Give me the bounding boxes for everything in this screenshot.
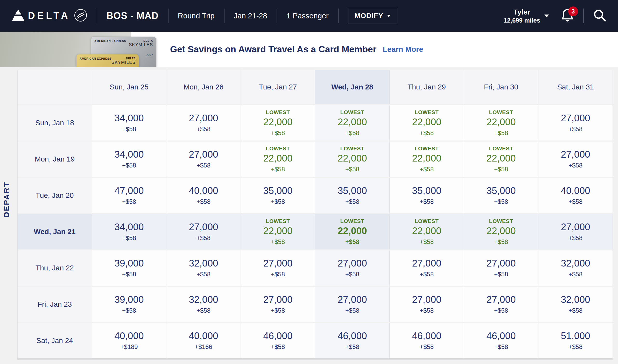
award-price-cell[interactable]: LOWEST22,000+$58 [390,214,464,249]
user-miles-balance: 12,699 miles [504,17,540,24]
modify-button-label: MODIFY [355,12,383,20]
award-price-cell[interactable]: 35,000+$58 [315,178,390,213]
miles-price: 22,000 [338,226,367,236]
award-price-cell[interactable]: 32,000+$58 [166,250,241,286]
award-price-cell[interactable]: 27,000+$58 [241,250,315,286]
taxes-fees: +$58 [568,343,582,351]
award-price-cell[interactable]: 27,000+$58 [390,287,464,322]
search-button[interactable] [593,9,606,23]
delta-logo[interactable]: DELTA [12,9,87,23]
award-price-cell[interactable]: LOWEST22,000+$58 [315,142,390,177]
miles-price: 22,000 [486,117,516,128]
award-price-cell[interactable]: 27,000+$58 [390,250,464,286]
award-price-cell[interactable]: 39,000+$58 [92,250,166,286]
award-price-cell[interactable]: 27,000+$58 [464,250,538,286]
taxes-fees: +$58 [494,271,508,278]
miles-price: 22,000 [263,117,292,128]
account-menu[interactable]: Tyler 12,699 miles [504,8,549,24]
brand-wordmark: DELTA [28,10,70,21]
depart-date-row-header: Mon, Jan 19 [18,142,92,177]
taxes-fees: +$58 [568,162,582,169]
chevron-down-icon [387,15,391,17]
taxes-fees: +$58 [345,343,359,351]
award-price-cell[interactable]: 46,000+$58 [390,323,464,358]
award-price-cell[interactable]: 27,000+$58 [241,287,315,322]
award-price-cell[interactable]: LOWEST22,000+$58 [315,214,390,249]
miles-price: 35,000 [412,186,441,196]
modify-button[interactable]: MODIFY [348,8,397,24]
miles-price: 46,000 [263,331,292,341]
taxes-fees: +$58 [494,238,508,246]
award-price-cell[interactable]: 35,000+$58 [390,178,464,213]
taxes-fees: +$58 [420,198,434,205]
passenger-summary: 1 Passenger [286,12,329,20]
award-price-cell[interactable]: 27,000+$58 [166,214,241,249]
award-price-cell[interactable]: 27,000+$58 [315,287,390,322]
miles-price: 27,000 [189,113,218,124]
lowest-price-tag: LOWEST [415,109,439,115]
award-calendar-grid: Sun, Jan 25Mon, Jan 26Tue, Jan 27Wed, Ja… [17,70,613,358]
miles-price: 27,000 [338,258,367,269]
award-price-cell[interactable]: 40,000+$58 [166,178,241,213]
award-price-cell[interactable]: 40,000+$189 [92,323,166,358]
award-price-cell[interactable]: LOWEST22,000+$58 [241,214,315,249]
award-price-cell[interactable]: 34,000+$58 [92,105,166,141]
nav-divider [224,9,224,23]
award-price-cell[interactable]: 46,000+$58 [315,323,390,358]
learn-more-link[interactable]: Learn More [383,45,423,54]
award-price-cell[interactable]: 32,000+$58 [166,287,241,322]
taxes-fees: +$58 [420,129,434,137]
award-price-cell[interactable]: 47,000+$58 [92,178,166,213]
award-price-cell[interactable]: 51,000+$58 [538,323,613,358]
taxes-fees: +$58 [420,343,434,351]
award-price-cell[interactable]: 27,000+$58 [538,214,613,249]
award-price-cell[interactable]: 40,000+$58 [538,178,613,213]
award-price-cell[interactable]: 46,000+$58 [464,323,538,358]
award-price-cell[interactable]: 34,000+$58 [92,214,166,249]
award-price-cell[interactable]: LOWEST22,000+$58 [241,142,315,177]
miles-price: 51,000 [561,331,590,341]
nav-divider [277,9,277,23]
award-price-cell[interactable]: 27,000+$58 [538,105,613,141]
award-price-cell[interactable]: 27,000+$58 [315,250,390,286]
award-price-cell[interactable]: LOWEST22,000+$58 [315,105,390,141]
miles-price: 46,000 [486,331,516,341]
depart-date-row-header: Fri, Jan 23 [18,287,92,322]
miles-price: 34,000 [114,149,144,160]
award-price-cell[interactable]: LOWEST22,000+$58 [464,105,538,141]
miles-price: 22,000 [338,117,367,128]
nav-divider [583,9,584,23]
miles-price: 32,000 [561,295,590,305]
award-price-cell[interactable]: LOWEST22,000+$58 [241,105,315,141]
award-price-cell[interactable]: LOWEST22,000+$58 [390,105,464,141]
nav-divider [168,9,168,23]
award-price-cell[interactable]: LOWEST22,000+$58 [390,142,464,177]
award-price-cell[interactable]: 27,000+$58 [166,105,241,141]
award-price-cell[interactable]: 40,000+$166 [166,323,241,358]
miles-price: 39,000 [114,258,144,269]
award-price-cell[interactable]: LOWEST22,000+$58 [464,214,538,249]
taxes-fees: +$58 [196,162,210,169]
award-price-cell[interactable]: 46,000+$58 [241,323,315,358]
award-price-cell[interactable]: 32,000+$58 [538,250,613,286]
award-price-cell[interactable]: 27,000+$58 [538,142,613,177]
chevron-down-icon [544,15,549,17]
award-price-cell[interactable]: 35,000+$58 [464,178,538,213]
taxes-fees: +$58 [494,198,508,205]
award-price-cell[interactable]: 35,000+$58 [241,178,315,213]
card-issuer-text: AMERICAN EXPRESS [94,39,126,43]
award-price-cell[interactable]: 32,000+$58 [538,287,613,322]
award-price-cell[interactable]: 27,000+$58 [166,142,241,177]
miles-price: 27,000 [338,295,367,305]
notifications-button[interactable]: 3 [561,9,574,23]
award-price-cell[interactable]: LOWEST22,000+$58 [464,142,538,177]
miles-price: 34,000 [114,222,144,233]
award-price-cell[interactable]: 39,000+$58 [92,287,166,322]
award-price-cell[interactable]: 27,000+$58 [464,287,538,322]
miles-price: 32,000 [189,295,218,305]
card-brand-text: DELTA [143,39,153,42]
lowest-price-tag: LOWEST [340,145,364,152]
award-price-cell[interactable]: 34,000+$58 [92,142,166,177]
miles-price: 22,000 [412,153,441,164]
miles-price: 27,000 [486,258,516,269]
